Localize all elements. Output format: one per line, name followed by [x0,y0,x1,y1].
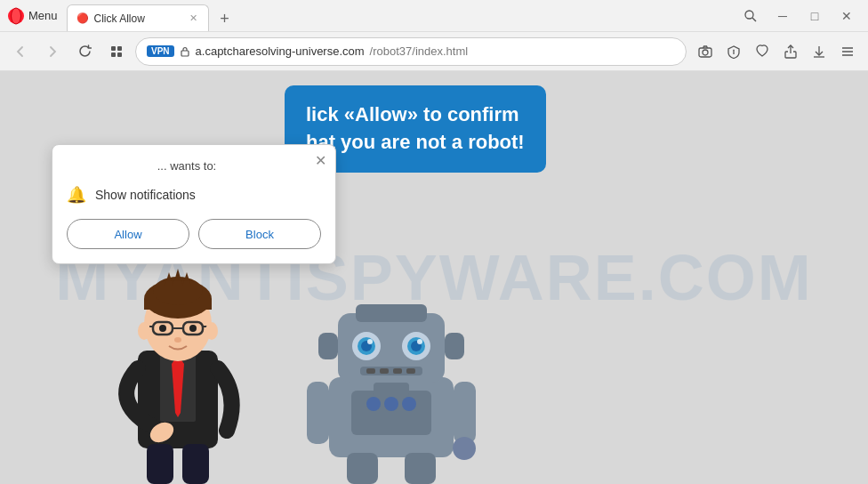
svg-rect-6 [117,46,122,51]
svg-point-11 [703,50,708,55]
svg-rect-64 [445,333,464,359]
camera-button[interactable] [692,38,719,65]
address-domain: a.captcharesolving-universe.com [196,44,365,58]
svg-point-37 [174,337,181,343]
svg-rect-61 [393,368,402,374]
download-icon [812,44,826,59]
shield-button[interactable] [720,38,747,65]
popup-header: ... wants to: [67,159,321,173]
tab-favicon-icon: 🔴 [76,12,89,24]
close-button[interactable]: ✕ [832,2,861,30]
svg-point-47 [402,397,416,411]
tab-close-button[interactable]: ✕ [188,12,199,24]
svg-rect-62 [406,368,415,374]
svg-rect-70 [347,453,378,484]
back-icon [14,45,27,58]
popup-close-button[interactable]: ✕ [315,152,326,169]
svg-marker-28 [173,269,182,284]
block-button[interactable]: Block [198,219,321,249]
svg-rect-63 [318,333,338,359]
forward-icon [46,45,59,58]
popup-buttons: Allow Block [67,219,321,249]
share-icon [784,44,798,59]
reload-icon [78,44,92,58]
tab-title: Click Allow [94,12,182,25]
svg-rect-66 [307,382,329,444]
vpn-badge: VPN [147,45,174,57]
svg-rect-71 [405,453,436,484]
svg-line-4 [752,18,756,21]
blue-box-line1: lick «Allow» to confirm [306,103,519,125]
popup-notification-row: 🔔 Show notifications [67,185,321,205]
grid-icon [110,45,123,58]
svg-rect-59 [366,368,375,374]
grid-button[interactable] [103,38,130,65]
notification-popup: ✕ ... wants to: 🔔 Show notifications All… [52,144,336,264]
search-window-button[interactable] [736,2,765,30]
search-icon [744,10,757,22]
address-path: /robot37/index.html [370,44,469,58]
svg-point-36 [189,325,197,332]
svg-rect-65 [374,383,409,397]
tab-bar: 🔴 Click Allow ✕ + [67,0,736,31]
svg-point-45 [366,397,381,411]
reload-button[interactable] [71,38,98,65]
person-illustration [89,235,267,484]
heart-button[interactable] [749,38,776,65]
svg-rect-49 [356,304,427,322]
browser-frame: Menu 🔴 Click Allow ✕ + ─ □ ✕ [0,0,868,484]
back-button[interactable] [7,38,34,65]
heart-icon [755,44,769,59]
opera-logo-icon [7,7,25,25]
nav-bar: VPN a.captcharesolving-universe.com /rob… [0,32,868,71]
svg-point-13 [733,49,734,50]
svg-point-46 [384,397,398,411]
menu-label[interactable]: Menu [28,9,58,22]
browser-menu-button[interactable] [834,38,861,65]
camera-icon [698,44,712,59]
svg-point-56 [367,339,373,344]
svg-rect-9 [181,51,189,56]
svg-rect-7 [111,52,116,57]
svg-rect-8 [117,52,122,57]
svg-point-3 [745,11,753,19]
svg-rect-41 [147,444,173,484]
notification-label: Show notifications [95,188,196,202]
svg-point-35 [159,325,166,332]
bell-icon: 🔔 [67,185,86,205]
svg-rect-67 [454,382,476,444]
share-button[interactable] [777,38,804,65]
window-controls: ─ □ ✕ [736,2,861,30]
svg-point-69 [453,437,476,460]
address-bar[interactable]: VPN a.captcharesolving-universe.com /rob… [135,37,687,66]
title-bar: Menu 🔴 Click Allow ✕ + ─ □ ✕ [0,0,868,32]
page-content: MYANTISPYWARE.COM lick «Allow» to confir… [0,71,868,484]
svg-point-57 [417,339,422,344]
maximize-button[interactable]: □ [800,2,829,30]
blue-box-line2: hat you are not a robot! [306,131,525,153]
illustration [89,235,480,484]
download-button[interactable] [806,38,832,65]
forward-button[interactable] [39,38,66,65]
shield-icon [727,44,741,59]
svg-rect-42 [182,444,209,484]
minimize-button[interactable]: ─ [768,2,797,30]
svg-point-38 [138,322,150,340]
nav-icons-right [692,38,861,65]
allow-button[interactable]: Allow [67,219,189,249]
new-tab-button[interactable]: + [213,6,237,31]
lock-icon [180,46,190,57]
robot-illustration [302,288,480,484]
svg-rect-60 [380,368,389,374]
active-tab[interactable]: 🔴 Click Allow ✕ [67,4,209,31]
svg-point-39 [205,322,218,340]
hamburger-icon [840,44,855,59]
svg-rect-5 [111,46,116,51]
